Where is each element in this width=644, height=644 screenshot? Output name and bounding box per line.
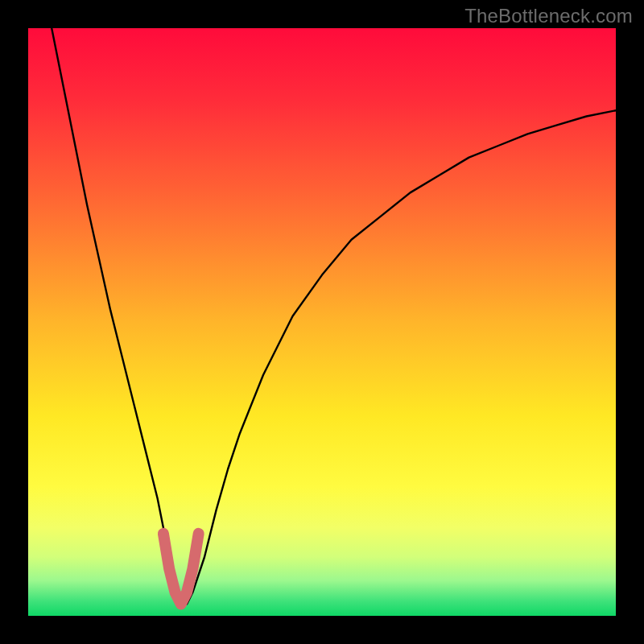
bottleneck-chart-svg: [0, 0, 644, 644]
watermark-text: TheBottleneck.com: [464, 5, 633, 27]
plot-gradient-background: [28, 28, 616, 616]
chart-frame: TheBottleneck.com: [0, 0, 644, 644]
